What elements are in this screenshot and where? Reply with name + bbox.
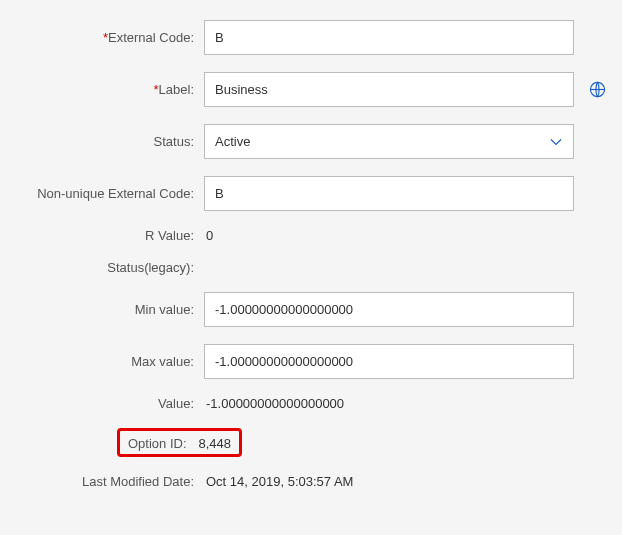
row-last-modified-date: Last Modified Date: Oct 14, 2019, 5:03:5… [10,474,607,489]
label-last-modified-date: Last Modified Date: [10,474,204,489]
globe-icon[interactable] [588,81,606,99]
value-r-value: 0 [204,228,213,243]
label-min-value: Min value: [10,302,204,317]
value-value: -1.00000000000000000 [204,396,344,411]
input-non-unique-external-code[interactable] [204,176,574,211]
chevron-down-icon [549,135,563,149]
row-r-value: R Value: 0 [10,228,607,243]
label-r-value: R Value: [10,228,204,243]
value-option-id: 8,448 [197,436,232,451]
row-min-value: Min value: [10,292,607,327]
row-non-unique-external-code: Non-unique External Code: [10,176,607,211]
input-external-code[interactable] [204,20,574,55]
label-external-code: *External Code: [10,30,204,45]
input-max-value[interactable] [204,344,574,379]
select-status[interactable]: Active [204,124,574,159]
row-status: Status: Active [10,124,607,159]
label-option-id: Option ID: [128,436,197,451]
value-last-modified-date: Oct 14, 2019, 5:03:57 AM [204,474,353,489]
select-status-value: Active [215,134,250,149]
label-max-value: Max value: [10,354,204,369]
row-label: *Label: [10,72,607,107]
label-label: *Label: [10,82,204,97]
row-max-value: Max value: [10,344,607,379]
label-non-unique-external-code: Non-unique External Code: [10,186,204,201]
input-label[interactable] [204,72,574,107]
label-value: Value: [10,396,204,411]
form-container: *External Code: *Label: Status: [0,0,622,526]
row-external-code: *External Code: [10,20,607,55]
row-status-legacy: Status(legacy): [10,260,607,275]
row-option-id: Option ID: 8,448 [128,428,607,457]
label-status-legacy: Status(legacy): [10,260,204,275]
label-status: Status: [10,134,204,149]
input-min-value[interactable] [204,292,574,327]
row-value: Value: -1.00000000000000000 [10,396,607,411]
highlighted-option-id: Option ID: 8,448 [117,428,242,457]
